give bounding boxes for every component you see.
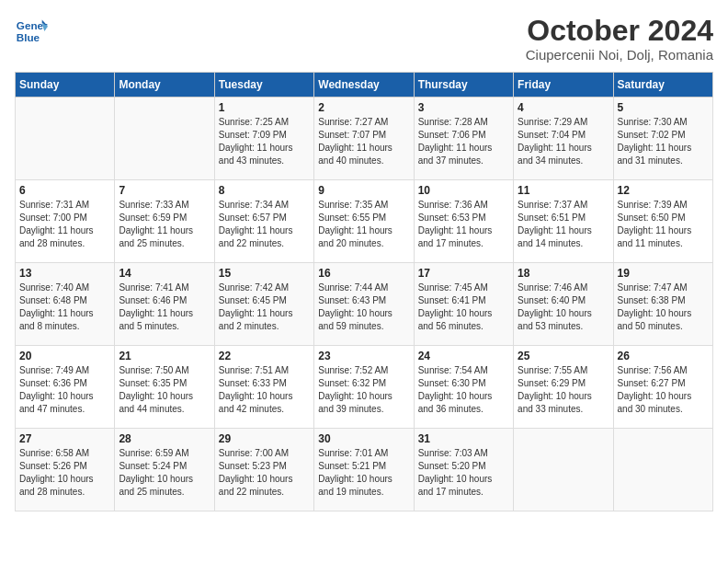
calendar-cell: 18Sunrise: 7:46 AM Sunset: 6:40 PM Dayli… [514, 263, 613, 346]
calendar-cell: 31Sunrise: 7:03 AM Sunset: 5:20 PM Dayli… [414, 429, 513, 511]
day-info: Sunrise: 7:45 AM Sunset: 6:41 PM Dayligh… [418, 282, 509, 333]
day-info: Sunrise: 7:03 AM Sunset: 5:20 PM Dayligh… [418, 447, 509, 499]
calendar-header: Sunday Monday Tuesday Wednesday Thursday… [16, 73, 713, 98]
day-info: Sunrise: 7:50 AM Sunset: 6:35 PM Dayligh… [119, 364, 210, 416]
calendar-cell: 26Sunrise: 7:56 AM Sunset: 6:27 PM Dayli… [613, 346, 712, 429]
day-number: 4 [518, 101, 609, 114]
calendar-cell: 6Sunrise: 7:31 AM Sunset: 7:00 PM Daylig… [16, 180, 115, 263]
title-block: October 2024 Ciupercenii Noi, Dolj, Roma… [526, 15, 713, 63]
day-info: Sunrise: 7:41 AM Sunset: 6:46 PM Dayligh… [119, 282, 210, 333]
day-number: 3 [418, 101, 509, 114]
day-info: Sunrise: 7:46 AM Sunset: 6:40 PM Dayligh… [518, 282, 609, 333]
day-number: 10 [418, 184, 509, 197]
calendar-week-2: 6Sunrise: 7:31 AM Sunset: 7:00 PM Daylig… [16, 180, 713, 263]
day-number: 16 [318, 267, 409, 280]
calendar-cell [514, 429, 613, 511]
calendar-cell: 21Sunrise: 7:50 AM Sunset: 6:35 PM Dayli… [115, 346, 214, 429]
day-info: Sunrise: 7:52 AM Sunset: 6:32 PM Dayligh… [318, 364, 409, 416]
calendar-cell: 11Sunrise: 7:37 AM Sunset: 6:51 PM Dayli… [514, 180, 613, 263]
day-number: 26 [618, 350, 709, 362]
day-info: Sunrise: 7:30 AM Sunset: 7:02 PM Dayligh… [618, 116, 709, 167]
calendar-cell: 2Sunrise: 7:27 AM Sunset: 7:07 PM Daylig… [314, 98, 414, 180]
calendar-cell: 22Sunrise: 7:51 AM Sunset: 6:33 PM Dayli… [214, 346, 313, 429]
day-number: 28 [119, 432, 210, 445]
calendar-cell: 1Sunrise: 7:25 AM Sunset: 7:09 PM Daylig… [214, 98, 313, 180]
calendar-cell [115, 98, 214, 180]
day-number: 6 [19, 184, 110, 197]
calendar-week-1: 1Sunrise: 7:25 AM Sunset: 7:09 PM Daylig… [16, 98, 713, 180]
calendar-week-5: 27Sunrise: 6:58 AM Sunset: 5:26 PM Dayli… [16, 429, 713, 511]
day-number: 23 [318, 350, 409, 362]
col-saturday: Saturday [613, 73, 712, 98]
day-info: Sunrise: 7:39 AM Sunset: 6:50 PM Dayligh… [618, 199, 709, 250]
day-number: 15 [219, 267, 310, 280]
day-number: 13 [19, 267, 110, 280]
calendar-cell [613, 429, 712, 511]
day-info: Sunrise: 7:00 AM Sunset: 5:23 PM Dayligh… [219, 447, 310, 499]
day-info: Sunrise: 7:42 AM Sunset: 6:45 PM Dayligh… [219, 282, 310, 333]
day-number: 27 [19, 432, 110, 445]
day-info: Sunrise: 7:31 AM Sunset: 7:00 PM Dayligh… [19, 199, 110, 250]
col-sunday: Sunday [16, 73, 115, 98]
day-number: 25 [518, 350, 609, 362]
day-info: Sunrise: 7:54 AM Sunset: 6:30 PM Dayligh… [418, 364, 509, 416]
day-info: Sunrise: 7:29 AM Sunset: 7:04 PM Dayligh… [518, 116, 609, 167]
calendar-cell: 5Sunrise: 7:30 AM Sunset: 7:02 PM Daylig… [613, 98, 712, 180]
day-number: 29 [219, 432, 310, 445]
calendar-week-3: 13Sunrise: 7:40 AM Sunset: 6:48 PM Dayli… [16, 263, 713, 346]
day-number: 18 [518, 267, 609, 280]
svg-text:Blue: Blue [17, 31, 40, 43]
calendar-cell: 10Sunrise: 7:36 AM Sunset: 6:53 PM Dayli… [414, 180, 513, 263]
calendar-cell: 25Sunrise: 7:55 AM Sunset: 6:29 PM Dayli… [514, 346, 613, 429]
calendar-cell: 8Sunrise: 7:34 AM Sunset: 6:57 PM Daylig… [214, 180, 313, 263]
page-subtitle: Ciupercenii Noi, Dolj, Romania [526, 47, 713, 63]
day-number: 12 [618, 184, 709, 197]
day-info: Sunrise: 7:01 AM Sunset: 5:21 PM Dayligh… [318, 447, 409, 499]
logo-icon: General Blue [15, 15, 48, 48]
day-info: Sunrise: 7:47 AM Sunset: 6:38 PM Dayligh… [618, 282, 709, 333]
calendar-cell: 14Sunrise: 7:41 AM Sunset: 6:46 PM Dayli… [115, 263, 214, 346]
calendar-cell: 30Sunrise: 7:01 AM Sunset: 5:21 PM Dayli… [314, 429, 414, 511]
day-info: Sunrise: 7:55 AM Sunset: 6:29 PM Dayligh… [518, 364, 609, 416]
day-number: 1 [219, 101, 310, 114]
col-friday: Friday [514, 73, 613, 98]
day-info: Sunrise: 6:59 AM Sunset: 5:24 PM Dayligh… [119, 447, 210, 499]
calendar-cell: 29Sunrise: 7:00 AM Sunset: 5:23 PM Dayli… [214, 429, 313, 511]
calendar-cell: 23Sunrise: 7:52 AM Sunset: 6:32 PM Dayli… [314, 346, 414, 429]
calendar-cell: 19Sunrise: 7:47 AM Sunset: 6:38 PM Dayli… [613, 263, 712, 346]
page-title: October 2024 [526, 15, 713, 47]
day-info: Sunrise: 7:33 AM Sunset: 6:59 PM Dayligh… [119, 199, 210, 250]
day-number: 2 [318, 101, 409, 114]
page-header: General Blue October 2024 Ciupercenii No… [15, 15, 713, 63]
day-info: Sunrise: 7:56 AM Sunset: 6:27 PM Dayligh… [618, 364, 709, 416]
day-info: Sunrise: 7:28 AM Sunset: 7:06 PM Dayligh… [418, 116, 509, 167]
calendar-cell: 17Sunrise: 7:45 AM Sunset: 6:41 PM Dayli… [414, 263, 513, 346]
calendar-cell: 4Sunrise: 7:29 AM Sunset: 7:04 PM Daylig… [514, 98, 613, 180]
calendar-cell: 9Sunrise: 7:35 AM Sunset: 6:55 PM Daylig… [314, 180, 414, 263]
day-number: 9 [318, 184, 409, 197]
day-info: Sunrise: 6:58 AM Sunset: 5:26 PM Dayligh… [19, 447, 110, 499]
day-number: 20 [19, 350, 110, 362]
day-info: Sunrise: 7:51 AM Sunset: 6:33 PM Dayligh… [219, 364, 310, 416]
day-number: 31 [418, 432, 509, 445]
day-info: Sunrise: 7:35 AM Sunset: 6:55 PM Dayligh… [318, 199, 409, 250]
calendar-body: 1Sunrise: 7:25 AM Sunset: 7:09 PM Daylig… [16, 98, 713, 511]
day-info: Sunrise: 7:36 AM Sunset: 6:53 PM Dayligh… [418, 199, 509, 250]
calendar-cell: 28Sunrise: 6:59 AM Sunset: 5:24 PM Dayli… [115, 429, 214, 511]
calendar-cell: 12Sunrise: 7:39 AM Sunset: 6:50 PM Dayli… [613, 180, 712, 263]
calendar-cell: 20Sunrise: 7:49 AM Sunset: 6:36 PM Dayli… [16, 346, 115, 429]
calendar-cell: 7Sunrise: 7:33 AM Sunset: 6:59 PM Daylig… [115, 180, 214, 263]
calendar-cell: 3Sunrise: 7:28 AM Sunset: 7:06 PM Daylig… [414, 98, 513, 180]
col-monday: Monday [115, 73, 214, 98]
day-number: 14 [119, 267, 210, 280]
calendar-cell [16, 98, 115, 180]
col-wednesday: Wednesday [314, 73, 414, 98]
day-number: 8 [219, 184, 310, 197]
day-number: 19 [618, 267, 709, 280]
day-info: Sunrise: 7:34 AM Sunset: 6:57 PM Dayligh… [219, 199, 310, 250]
calendar-cell: 27Sunrise: 6:58 AM Sunset: 5:26 PM Dayli… [16, 429, 115, 511]
day-number: 30 [318, 432, 409, 445]
day-number: 22 [219, 350, 310, 362]
day-info: Sunrise: 7:27 AM Sunset: 7:07 PM Dayligh… [318, 116, 409, 167]
col-tuesday: Tuesday [214, 73, 313, 98]
